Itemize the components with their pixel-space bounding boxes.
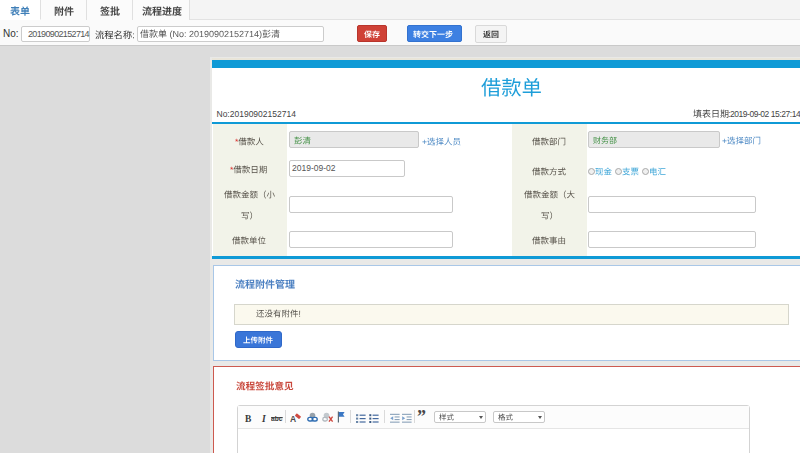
svg-text:I: I bbox=[261, 414, 266, 424]
svg-text:”: ” bbox=[417, 410, 426, 424]
svg-text:abc: abc bbox=[271, 415, 283, 422]
svg-text:B: B bbox=[245, 414, 252, 424]
